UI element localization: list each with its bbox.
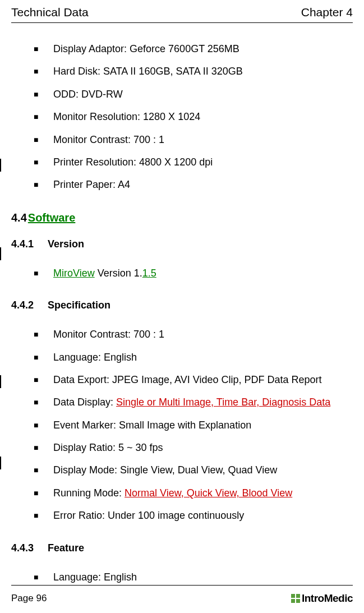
list-item: Display Adaptor: Geforce 7600GT 256MB — [34, 43, 353, 56]
subsection-heading-4-4-2: 4.4.2Specification — [11, 299, 353, 311]
change-bar — [0, 159, 1, 172]
list-item: Hard Disk: SATA II 160GB, SATA II 320GB — [34, 65, 353, 78]
svg-rect-1 — [296, 594, 300, 598]
list-item: Event Marker: Small Image with Explanati… — [34, 419, 353, 432]
subsection-number: 4.4.2 — [11, 299, 34, 311]
page-container: Technical Data Chapter 4 Display Adaptor… — [0, 0, 364, 613]
intromedic-logo: IntroMedic — [291, 592, 353, 605]
change-bar — [0, 457, 1, 469]
page-header: Technical Data Chapter 4 — [11, 0, 353, 23]
list-item: ODD: DVD-RW — [34, 88, 353, 101]
miroview-link[interactable]: MiroView — [53, 268, 95, 279]
page-number: Page 96 — [11, 593, 47, 604]
subsection-heading-4-4-1: 4.4.1Version — [11, 238, 353, 250]
svg-rect-2 — [291, 599, 295, 603]
logo-icon — [291, 594, 300, 603]
list-item: Error Ratio: Under 100 image continuousl… — [34, 509, 353, 522]
section-heading-4-4: 4.4Software — [11, 211, 353, 224]
data-display-link[interactable]: Single or Multi Image, Time Bar, Diagnos… — [116, 397, 330, 408]
version-text: Version 1. — [95, 268, 142, 279]
tech-spec-list-1: Display Adaptor: Geforce 7600GT 256MB Ha… — [11, 43, 353, 192]
list-item: Language: English — [34, 351, 353, 364]
version-list: MiroView Version 1.1.5 — [11, 267, 353, 280]
specification-list: Monitor Contrast: 700 : 1 Language: Engl… — [11, 328, 353, 523]
page-footer: Page 96 IntroMedic — [11, 585, 353, 605]
svg-rect-0 — [291, 594, 295, 598]
header-title-right: Chapter 4 — [301, 6, 353, 19]
list-item: Monitor Contrast: 700 : 1 — [34, 133, 353, 146]
section-title-link[interactable]: Software — [28, 211, 75, 224]
subsection-number: 4.4.3 — [11, 542, 34, 554]
version-link[interactable]: 1.5 — [142, 268, 156, 279]
list-item: Display Mode: Single View, Dual View, Qu… — [34, 464, 353, 477]
list-item: Printer Paper: A4 — [34, 178, 353, 191]
list-item: Running Mode: Normal View, Quick View, B… — [34, 487, 353, 500]
list-item: Monitor Contrast: 700 : 1 — [34, 328, 353, 341]
list-item: Data Export: JPEG Image, AVI Video Clip,… — [34, 374, 353, 386]
section-number: 4.4 — [11, 211, 27, 224]
subsection-title: Specification — [48, 299, 110, 311]
change-bar — [0, 375, 1, 388]
header-title-left: Technical Data — [11, 6, 89, 19]
feature-list: Language: English — [11, 571, 353, 584]
data-display-prefix: Data Display: — [53, 397, 116, 408]
list-item: Data Display: Single or Multi Image, Tim… — [34, 396, 353, 409]
list-item: Language: English — [34, 571, 353, 584]
change-bar — [0, 247, 1, 260]
subsection-title: Version — [48, 238, 84, 250]
running-mode-link[interactable]: Normal View, Quick View, Blood View — [125, 487, 292, 499]
svg-rect-3 — [296, 599, 300, 603]
list-item: MiroView Version 1.1.5 — [34, 267, 353, 280]
logo-text: IntroMedic — [302, 592, 353, 605]
list-item: Display Ratio: 5 ~ 30 fps — [34, 441, 353, 454]
list-item: Printer Resolution: 4800 X 1200 dpi — [34, 156, 353, 169]
subsection-number: 4.4.1 — [11, 238, 34, 250]
running-mode-prefix: Running Mode: — [53, 487, 125, 499]
subsection-title: Feature — [48, 542, 84, 554]
list-item: Monitor Resolution: 1280 X 1024 — [34, 110, 353, 123]
subsection-heading-4-4-3: 4.4.3Feature — [11, 542, 353, 554]
